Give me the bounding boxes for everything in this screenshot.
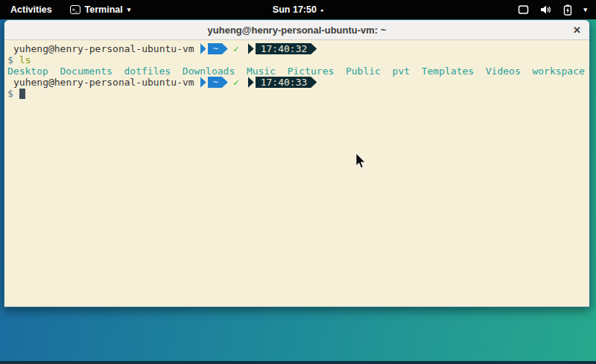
terminal-window: yuheng@henry-personal-ubuntu-vm: ~ ✕ yuh… [4, 19, 590, 307]
prompt-user-host: yuheng@henry-personal-ubuntu-vm [7, 43, 194, 54]
battery-charging-icon [563, 4, 572, 16]
app-menu[interactable]: >_ Terminal ▾ [70, 4, 131, 15]
system-status-menu[interactable]: ▾ [518, 4, 596, 16]
prompt-time-segment: 17:40:33 [256, 77, 317, 88]
command-text: ls [19, 54, 31, 66]
chevron-down-icon: ▾ [583, 7, 587, 13]
clock-label: Sun 17:50 [273, 4, 317, 15]
prompt-line: yuheng@henry-personal-ubuntu-vm ~ ✓ 17:4… [7, 43, 586, 54]
prompt-time-segment: 17:40:32 [256, 43, 317, 54]
window-title: yuheng@henry-personal-ubuntu-vm: ~ [208, 25, 387, 36]
close-button[interactable]: ✕ [573, 20, 581, 40]
prompt-symbol: $ [7, 88, 13, 99]
prompt-cwd-segment: ~ [208, 43, 228, 54]
terminal-content[interactable]: yuheng@henry-personal-ubuntu-vm ~ ✓ 17:4… [4, 40, 589, 99]
top-bar: Activities >_ Terminal ▾ Sun 17:50 ● [0, 0, 596, 19]
input-line: $ [7, 88, 586, 99]
ls-output: Desktop Documents dotfiles Downloads Mus… [7, 66, 585, 77]
top-bar-left: Activities >_ Terminal ▾ [0, 4, 130, 15]
chevron-down-icon: ▾ [127, 7, 131, 13]
prompt-cwd-segment: ~ [208, 77, 228, 88]
volume-icon [540, 4, 552, 15]
window-titlebar[interactable]: yuheng@henry-personal-ubuntu-vm: ~ ✕ [4, 20, 589, 40]
ls-output-line: Desktop Documents dotfiles Downloads Mus… [7, 66, 586, 77]
notification-dot-icon: ● [320, 7, 323, 13]
powerline-arrow-icon [200, 77, 206, 88]
prompt-user-host: yuheng@henry-personal-ubuntu-vm [7, 77, 194, 88]
app-menu-label: Terminal [85, 4, 123, 15]
prompt-symbol: $ [7, 54, 13, 66]
powerline-arrow-icon [248, 77, 254, 88]
clock-menu[interactable]: Sun 17:50 ● [273, 0, 323, 19]
prompt-line: yuheng@henry-personal-ubuntu-vm ~ ✓ 17:4… [7, 77, 586, 88]
desktop-bottom-strip [0, 361, 596, 364]
text-cursor [19, 89, 25, 99]
powerline-arrow-icon [200, 43, 206, 54]
mouse-pointer-icon [355, 153, 366, 172]
powerline-arrow-icon [248, 43, 254, 54]
display-icon [518, 4, 529, 15]
desktop: { "top_bar": { "activities_label": "Acti… [0, 0, 596, 364]
terminal-icon: >_ [70, 5, 80, 14]
status-check-icon: ✓ [233, 43, 239, 54]
activities-button[interactable]: Activities [7, 4, 55, 15]
command-line: $ ls [7, 54, 586, 66]
status-check-icon: ✓ [233, 77, 239, 88]
